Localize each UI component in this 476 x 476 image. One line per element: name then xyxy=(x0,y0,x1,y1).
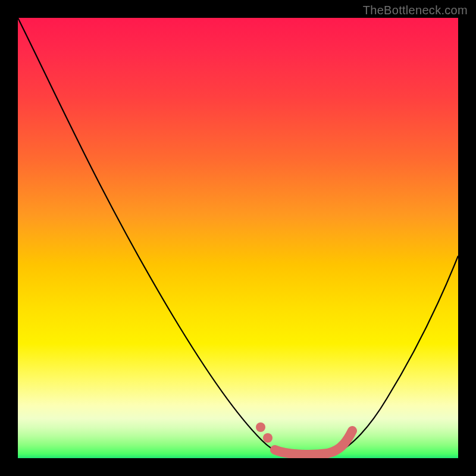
optimal-point xyxy=(263,433,273,443)
chart-frame: TheBottleneck.com xyxy=(0,0,476,476)
optimal-band xyxy=(275,450,327,455)
optimal-band-right xyxy=(327,431,352,453)
bottleneck-curve-right xyxy=(339,256,458,451)
watermark-text: TheBottleneck.com xyxy=(363,4,468,17)
optimal-point xyxy=(256,422,265,432)
bottleneck-curve-left xyxy=(18,18,280,452)
curve-layer xyxy=(18,18,458,458)
